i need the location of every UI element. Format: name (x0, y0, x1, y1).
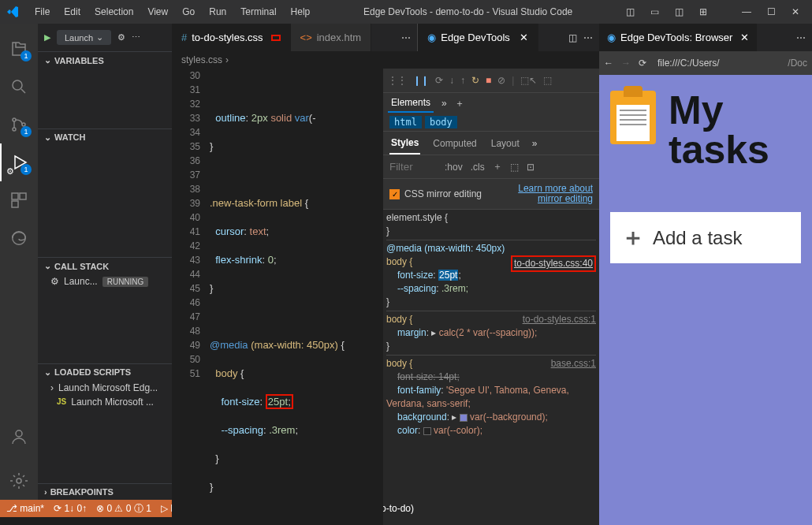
more-icon[interactable]: ⋯ (583, 32, 593, 43)
activity-scm[interactable]: 1 (0, 106, 38, 143)
breakpoints-section[interactable]: ›BREAKPOINTS (38, 484, 172, 500)
browser-viewport[interactable]: Mytasks ＋Add a task (599, 75, 812, 525)
sync-indicator[interactable]: ⟳ 1↓ 0↑ (54, 503, 87, 514)
prop-ff[interactable]: font-family (397, 385, 441, 396)
activity-edge[interactable] (0, 219, 38, 257)
tab-devtools[interactable]: ◉Edge DevTools✕ (417, 24, 538, 51)
prop-color[interactable]: color (397, 425, 418, 436)
cls-button[interactable]: .cls (471, 162, 485, 173)
more-icon[interactable]: ⋯ (132, 32, 140, 43)
source-link-3[interactable]: base.css:1 (551, 357, 596, 370)
filter-input[interactable] (389, 161, 437, 173)
breadcrumb[interactable]: styles.css› (172, 51, 599, 69)
computed-icon[interactable]: ⬚ (510, 162, 519, 173)
menu-go[interactable]: Go (176, 3, 201, 20)
close-icon[interactable]: ✕ (740, 32, 749, 43)
launch-config-dropdown[interactable]: Launch⌄ (57, 30, 111, 45)
tab-elements[interactable]: Elements (388, 94, 434, 113)
pause-icon[interactable]: ❙❙ (413, 75, 429, 86)
reload-icon[interactable]: ⟳ (639, 58, 646, 69)
layout-icon-3[interactable]: ◫ (669, 3, 690, 20)
val-spacing[interactable]: .3rem; (441, 283, 468, 294)
add-rule-icon[interactable]: ＋ (493, 160, 502, 173)
activity-settings[interactable] (0, 462, 38, 500)
activity-explorer[interactable]: 1 (0, 30, 38, 68)
subtab-layout[interactable]: Layout (490, 133, 521, 154)
step-over-icon[interactable]: ⟳ (435, 75, 443, 86)
code-editor[interactable]: 3031323334353637383940414243444546474849… (172, 69, 383, 525)
prop-margin[interactable]: margin (397, 327, 426, 338)
val-bg[interactable]: var(--background); (470, 411, 548, 423)
selector-body-3[interactable]: body { (386, 358, 412, 369)
hov-button[interactable]: :hov (445, 162, 463, 173)
restart-icon[interactable]: ↻ (471, 75, 479, 86)
close-button[interactable]: ✕ (785, 3, 806, 20)
tab-css[interactable]: #to-do-styles.css (172, 24, 291, 51)
mirror-checkbox[interactable]: ✓ (389, 189, 400, 199)
more-icon[interactable]: ⋯ (401, 32, 411, 43)
menu-help[interactable]: Help (285, 3, 317, 20)
activity-extensions[interactable] (0, 181, 38, 219)
prop-fs14[interactable]: font-size: 14pt; (397, 371, 460, 382)
val-margin[interactable]: calc(2 * var(--spacing)); (439, 327, 538, 338)
selector-body-2[interactable]: body { (386, 314, 412, 325)
disconnect-icon[interactable]: ⊘ (497, 75, 505, 86)
color-swatch-2[interactable] (423, 427, 431, 435)
val-color[interactable]: var(--color); (434, 425, 482, 436)
loaded-script-2[interactable]: JSLaunch Microsoft ... (38, 395, 172, 409)
add-task-button[interactable]: ＋Add a task (610, 212, 801, 263)
add-tab-icon[interactable]: ＋ (455, 97, 464, 110)
tab-html[interactable]: <>index.htm (291, 24, 372, 51)
forward-icon[interactable]: → (621, 58, 631, 69)
code-content[interactable]: outline: 2px solid var(- } .new-task-for… (210, 69, 383, 525)
layout-icon[interactable]: ⊡ (527, 162, 535, 173)
stop-icon[interactable]: ■ (486, 75, 491, 86)
activity-debug[interactable]: ⚙1 (0, 143, 38, 181)
menu-run[interactable]: Run (203, 3, 233, 20)
mirror-learn-link[interactable]: Learn more about mirror editing (506, 184, 593, 204)
loaded-scripts-section[interactable]: ⌄LOADED SCRIPTS (38, 364, 172, 381)
color-swatch[interactable] (460, 414, 467, 422)
menu-edit[interactable]: Edit (58, 3, 87, 20)
watch-section[interactable]: ⌄WATCH (38, 129, 172, 146)
layout-icon-1[interactable]: ◫ (620, 3, 641, 20)
bc-body[interactable]: body (425, 116, 457, 128)
more-tabs-icon[interactable]: » (441, 98, 447, 109)
inspect-icon[interactable]: ⬚↖ (520, 75, 537, 86)
prop-bg[interactable]: background (397, 411, 447, 423)
activity-search[interactable] (0, 68, 38, 106)
back-icon[interactable]: ← (604, 58, 613, 69)
dom-breadcrumb[interactable]: htmlbody (383, 114, 599, 132)
loaded-script-1[interactable]: ›Launch Microsoft Edg... (38, 381, 172, 395)
device-icon[interactable]: ⬚ (543, 75, 552, 86)
selector-body[interactable]: body { (386, 256, 412, 267)
menu-selection[interactable]: Selection (88, 3, 140, 20)
layout-icon-2[interactable]: ▭ (644, 3, 665, 20)
step-out-icon[interactable]: ↑ (460, 75, 465, 86)
bc-html[interactable]: html (389, 116, 422, 128)
callstack-section[interactable]: ⌄CALL STACK (38, 258, 172, 274)
subtab-styles[interactable]: Styles (389, 132, 420, 155)
drag-icon[interactable]: ⋮⋮ (388, 75, 407, 86)
styles-pane[interactable]: element.style {} @media (max-width: 450p… (383, 210, 599, 525)
more-icon[interactable]: » (532, 138, 538, 149)
gear-icon[interactable]: ⚙ (117, 32, 125, 43)
errors-indicator[interactable]: ⊗ 0 ⚠ 0 ⓘ 1 (96, 502, 151, 516)
variables-section[interactable]: ⌄VARIABLES (38, 52, 172, 69)
prop-fontsize[interactable]: font-size (397, 270, 433, 281)
minimize-button[interactable]: — (736, 3, 758, 20)
layout-icon-4[interactable]: ⊞ (693, 3, 713, 20)
menu-view[interactable]: View (141, 3, 174, 20)
val-fontsize[interactable]: 25pt (438, 270, 458, 281)
split-icon[interactable]: ◫ (568, 32, 577, 43)
play-icon[interactable]: ▶ (44, 32, 50, 43)
branch-indicator[interactable]: ⎇ main* (6, 503, 44, 514)
close-icon[interactable]: ✕ (520, 32, 528, 43)
step-into-icon[interactable]: ↓ (449, 75, 454, 86)
call-stack-item[interactable]: ⚙Launc...RUNNING (38, 274, 172, 289)
menu-terminal[interactable]: Terminal (234, 3, 282, 20)
subtab-computed[interactable]: Computed (431, 133, 478, 154)
activity-account[interactable] (0, 418, 38, 456)
source-link-1[interactable]: to-do-styles.css:40 (511, 255, 596, 272)
tab-browser[interactable]: ◉Edge DevTools: Browser✕ (599, 24, 757, 51)
